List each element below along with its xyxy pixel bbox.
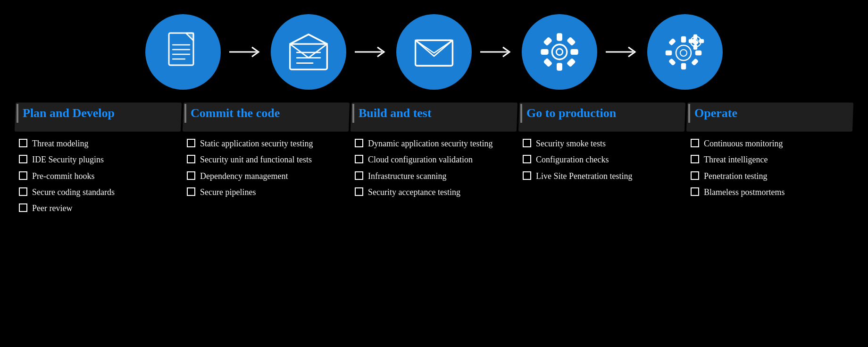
checkbox	[523, 139, 531, 147]
arrow-icon	[355, 45, 388, 59]
phase-details-row: Plan and Develop Threat modeling IDE Sec…	[14, 104, 854, 214]
checkbox	[187, 187, 195, 196]
phase-title-build: Build and test	[355, 104, 435, 123]
svg-rect-37	[694, 45, 697, 49]
list-item: Security unit and functional tests	[187, 154, 345, 165]
svg-rect-20	[568, 38, 575, 45]
checklist-build: Dynamic application security testing Clo…	[355, 138, 513, 198]
column-build: Build and test Dynamic application secur…	[350, 104, 518, 214]
list-item: Continuous monitoring	[691, 138, 849, 149]
checklist-production: Security smoke tests Configuration check…	[523, 138, 681, 182]
column-operate: Operate Continuous monitoring Threat int…	[686, 104, 854, 214]
arrow-icon	[229, 45, 262, 59]
phase-title-operate: Operate	[691, 104, 741, 123]
svg-point-14	[556, 49, 563, 55]
checkbox	[691, 187, 699, 196]
svg-rect-30	[669, 39, 676, 45]
arrow-1	[229, 45, 262, 59]
phase-icon-operate	[647, 14, 723, 90]
list-item: Threat intelligence	[691, 154, 849, 165]
svg-rect-33	[692, 59, 698, 65]
checkbox	[523, 171, 531, 180]
checkbox	[691, 155, 699, 163]
list-item: IDE Security plugins	[19, 154, 177, 165]
phase-icon-production	[522, 14, 597, 90]
checkbox	[19, 139, 27, 147]
checkbox	[19, 155, 27, 163]
svg-rect-17	[542, 50, 548, 54]
title-wrapper-build: Build and test	[355, 104, 513, 130]
checkbox	[187, 171, 195, 180]
checklist-operate: Continuous monitoring Threat intelligenc…	[691, 138, 849, 198]
list-item: Security acceptance testing	[355, 186, 513, 198]
list-item: Secure pipelines	[187, 186, 345, 198]
svg-rect-22	[568, 59, 575, 67]
title-wrapper-commit: Commit the code	[187, 104, 345, 130]
phase-title-commit: Commit the code	[187, 104, 284, 123]
closed-envelope-icon	[413, 31, 455, 73]
column-commit: Commit the code Static application secur…	[182, 104, 350, 214]
list-item: Live Site Penetration testing	[523, 170, 681, 182]
checkbox	[691, 171, 699, 180]
svg-point-24	[676, 45, 691, 60]
list-item: Pre-commit hooks	[19, 170, 177, 182]
checkbox	[19, 187, 27, 196]
title-wrapper-plan: Plan and Develop	[19, 104, 177, 130]
arrow-icon	[480, 45, 513, 59]
svg-point-13	[552, 44, 567, 59]
list-item: Blameless postmortems	[691, 186, 849, 198]
checklist-plan: Threat modeling IDE Security plugins Pre…	[19, 138, 177, 214]
checkbox	[187, 155, 195, 163]
list-item: Secure coding standards	[19, 186, 177, 198]
arrow-4	[606, 45, 639, 59]
checkbox	[19, 203, 27, 212]
list-item: Threat modeling	[19, 138, 177, 149]
phase-title-plan: Plan and Develop	[19, 104, 118, 123]
svg-rect-18	[571, 50, 578, 54]
svg-rect-36	[694, 35, 697, 39]
svg-rect-15	[558, 34, 562, 41]
checkbox	[355, 187, 363, 196]
checklist-commit: Static application security testing Secu…	[187, 138, 345, 198]
phase-icon-plan	[145, 14, 221, 90]
open-envelope-icon	[287, 31, 330, 73]
svg-rect-16	[558, 64, 562, 70]
phase-icon-commit	[271, 14, 346, 90]
svg-rect-32	[669, 59, 676, 65]
arrow-3	[480, 45, 513, 59]
phase-title-production: Go to production	[523, 104, 620, 123]
column-production: Go to production Security smoke tests Co…	[518, 104, 686, 214]
svg-rect-19	[544, 38, 551, 45]
svg-rect-29	[696, 51, 701, 55]
list-item: Dynamic application security testing	[355, 138, 513, 149]
svg-rect-27	[682, 64, 685, 69]
title-wrapper-production: Go to production	[523, 104, 681, 130]
svg-rect-28	[666, 51, 671, 55]
list-item: Static application security testing	[187, 138, 345, 149]
arrow-icon	[606, 45, 639, 59]
checkbox	[691, 139, 699, 147]
svg-point-25	[680, 50, 687, 56]
single-gear-icon	[538, 31, 581, 73]
list-item: Dependency management	[187, 170, 345, 182]
list-item: Security smoke tests	[523, 138, 681, 149]
double-gear-icon	[664, 31, 706, 73]
checkbox	[355, 155, 363, 163]
svg-rect-39	[700, 40, 703, 42]
checkbox	[523, 155, 531, 163]
phase-icon-build	[396, 14, 472, 90]
svg-rect-38	[689, 40, 693, 42]
svg-rect-26	[682, 37, 685, 42]
checkbox	[355, 139, 363, 147]
list-item: Penetration testing	[691, 170, 849, 182]
checkbox	[355, 171, 363, 180]
list-item: Cloud configuration validation	[355, 154, 513, 165]
checkbox	[187, 139, 195, 147]
list-item: Configuration checks	[523, 154, 681, 165]
svg-rect-21	[544, 59, 551, 67]
checkbox	[19, 171, 27, 180]
list-item: Peer review	[19, 203, 177, 214]
document-icon	[162, 31, 204, 73]
pipeline-icons-row	[14, 14, 854, 90]
arrow-2	[355, 45, 388, 59]
